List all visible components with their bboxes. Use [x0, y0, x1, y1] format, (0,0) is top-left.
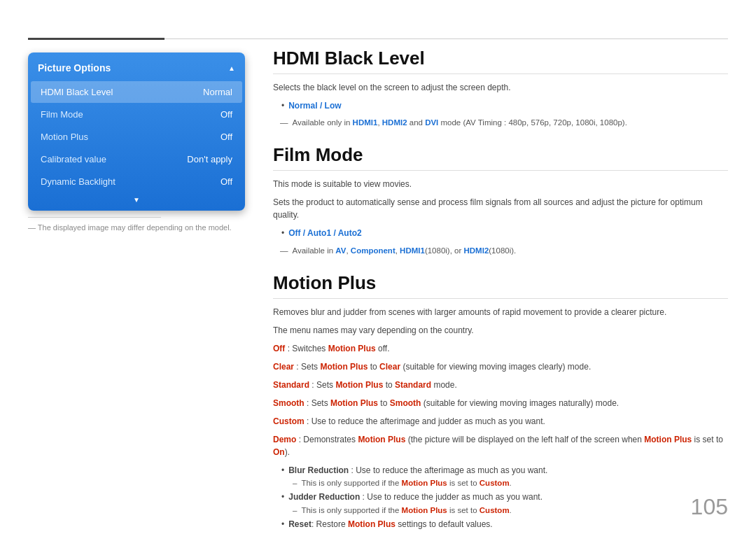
note-dash: – — [293, 477, 297, 489]
text-part: and — [407, 118, 426, 127]
highlight-blue: Component — [351, 246, 396, 255]
sub-note: –This is only supported if the Motion Pl… — [293, 505, 512, 517]
text-part: to — [368, 362, 379, 372]
menu-header: Picture Options ▲ — [28, 57, 245, 80]
arrow-up-icon[interactable]: ▲ — [228, 64, 235, 72]
highlight-red: Motion Plus — [644, 435, 692, 444]
sub-bullet-text: Reset: Restore Motion Plus settings to d… — [288, 518, 492, 531]
menu-item-value: Off — [220, 109, 232, 120]
sub-bullet-label: •Judder Reduction : Use to reduce the ju… — [281, 491, 542, 504]
text-part: off. — [376, 344, 390, 353]
highlight-red: Motion Plus — [358, 435, 405, 444]
section-film-mode: Film ModeThis mode is suitable to view m… — [273, 144, 728, 256]
bullet-dot: • — [281, 464, 284, 477]
menu-item[interactable]: Calibrated valueDon't apply — [31, 148, 242, 170]
text-part: : Sets — [294, 362, 320, 372]
text-part: : Switches — [285, 344, 328, 353]
section-paragraph: Sets the product to automatically sense … — [273, 196, 728, 221]
sub-bullet-label: •Reset: Restore Motion Plus settings to … — [281, 518, 493, 531]
highlight-blue: HDMI1 — [353, 118, 378, 127]
sub-note: –The colour on screen may vary with this… — [293, 531, 523, 534]
text-part: . — [510, 506, 512, 514]
text-part: : Use to reduce the afterimage as much a… — [349, 465, 547, 475]
inline-bold: Judder Reduction — [288, 492, 360, 502]
section-title: Film Mode — [273, 144, 728, 171]
section-hdmi-black-level: HDMI Black LevelSelects the black level … — [273, 48, 728, 129]
bullet-dot: • — [281, 99, 284, 113]
inline-bold: Reset — [288, 519, 312, 529]
highlight-red: Motion Plus — [402, 479, 447, 487]
note-dash: — — [280, 117, 288, 129]
section-title: Motion Plus — [273, 272, 728, 299]
note-item: —Available in AV, Component, HDMI1(1080i… — [280, 245, 728, 257]
highlight-blue: Normal / Low — [288, 101, 341, 111]
highlight-red: Smooth — [273, 398, 304, 408]
bullet-text: Off / Auto1 / Auto2 — [288, 227, 361, 240]
highlight-red: Motion Plus — [348, 519, 396, 529]
text-part: to — [383, 380, 395, 390]
text-part: : Demonstrates — [296, 435, 358, 444]
footnote: — The displayed image may differ dependi… — [28, 217, 245, 232]
text-part: : Sets — [309, 380, 335, 390]
section-paragraph: The menu names may vary depending on the… — [273, 324, 728, 337]
highlight-red: Custom — [479, 506, 510, 514]
sub-note-text: This is only supported if the Motion Plu… — [301, 477, 511, 489]
highlight-red: Motion Plus — [335, 380, 383, 390]
right-content: HDMI Black LevelSelects the black level … — [273, 48, 728, 534]
highlight-red: Standard — [395, 380, 431, 390]
menu-item[interactable]: HDMI Black LevelNormal — [31, 81, 242, 103]
inline-item: Off : Switches Motion Plus off. — [273, 342, 728, 355]
highlight-red: On — [273, 447, 285, 457]
highlight-red: Off — [273, 344, 285, 353]
highlight-red: Motion Plus — [328, 344, 376, 353]
highlight-blue: DVI — [425, 118, 438, 127]
highlight-blue: HDMI1 — [400, 246, 425, 255]
text-part: . — [510, 479, 512, 487]
menu-item[interactable]: Motion PlusOff — [31, 126, 242, 148]
bullet-list: •Off / Auto1 / Auto2 — [281, 227, 728, 240]
text-part: This is only supported if the — [301, 479, 401, 487]
text-part: Available only in — [293, 118, 353, 127]
text-part: (suitable for viewing moving images natu… — [421, 398, 619, 408]
note-dash: – — [293, 505, 297, 517]
footnote-text: — The displayed image may differ dependi… — [28, 223, 232, 232]
inline-item: Standard : Sets Motion Plus to Standard … — [273, 379, 728, 391]
menu-item-label: Motion Plus — [41, 132, 88, 142]
menu-item-value: Don't apply — [187, 154, 232, 164]
menu-item[interactable]: Film ModeOff — [31, 104, 242, 125]
sub-bullet-item: •Blur Reduction : Use to reduce the afte… — [281, 464, 728, 491]
menu-item-value: Off — [220, 132, 232, 142]
text-part: : Use to reduce the afterimage and judde… — [304, 416, 545, 426]
sub-bullet-text: Judder Reduction : Use to reduce the jud… — [288, 491, 542, 504]
text-part: (the picture will be displayed on the le… — [405, 435, 644, 444]
arrow-down-icon[interactable]: ▼ — [28, 193, 245, 206]
note-dash: – — [293, 531, 297, 534]
bullet-dot: • — [281, 518, 284, 531]
text-part: settings to default values. — [396, 519, 493, 529]
bullet-item: •Normal / Low — [281, 99, 728, 113]
menu-box: Picture Options ▲ HDMI Black LevelNormal… — [28, 52, 245, 211]
sub-note: –This is only supported if the Motion Pl… — [293, 477, 512, 489]
menu-title: Picture Options — [38, 62, 111, 73]
highlight-blue: HDMI2 — [464, 246, 489, 255]
menu-item[interactable]: Dynamic BacklightOff — [31, 171, 242, 192]
sub-bullet-item: •Judder Reduction : Use to reduce the ju… — [281, 491, 728, 517]
menu-item-value: Off — [220, 176, 232, 187]
bullet-item: •Off / Auto1 / Auto2 — [281, 227, 728, 240]
text-part: : Restore — [312, 519, 348, 529]
bullet-dot: • — [281, 491, 284, 504]
inline-item: Smooth : Sets Motion Plus to Smooth (sui… — [273, 397, 728, 409]
note-text: Available in AV, Component, HDMI1(1080i)… — [293, 245, 517, 257]
highlight-red: Demo — [273, 435, 296, 444]
highlight-blue: Off / Auto1 / Auto2 — [288, 228, 361, 238]
text-part: : Sets — [304, 398, 330, 408]
text-part: ). — [285, 447, 290, 457]
highlight-red: Motion Plus — [402, 506, 447, 514]
menu-item-value: Normal — [203, 87, 232, 97]
note-dash: — — [280, 245, 288, 257]
highlight-red: Clear — [379, 362, 400, 372]
sub-note-text: The colour on screen may vary with this … — [301, 531, 522, 534]
inline-item: Clear : Sets Motion Plus to Clear (suita… — [273, 360, 728, 373]
text-part: mode (AV Timing : 480p, 576p, 720p, 1080… — [438, 118, 627, 127]
text-part: is set to — [447, 506, 479, 514]
